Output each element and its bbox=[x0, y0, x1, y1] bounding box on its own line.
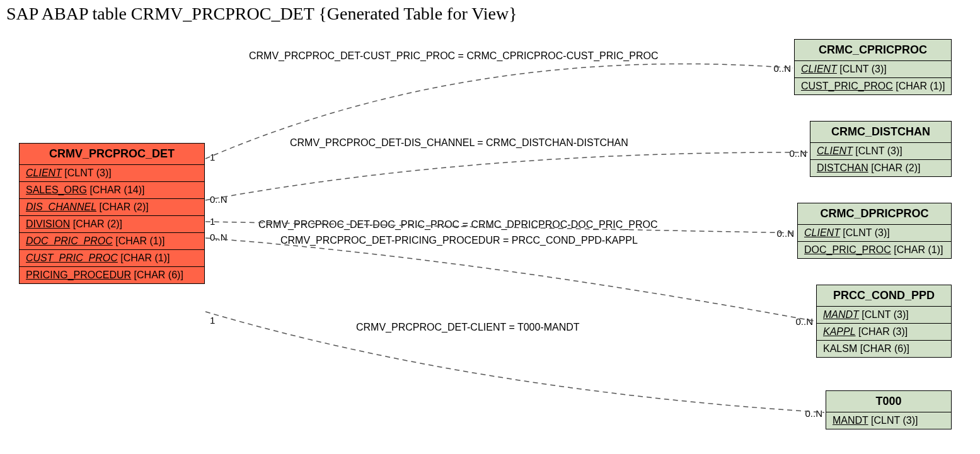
field-row: CLIENT [CLNT (3)] bbox=[20, 165, 204, 182]
entity-header: CRMC_DPRICPROC bbox=[798, 203, 951, 225]
entity-crmv-prcproc-det: CRMV_PRCPROC_DET CLIENT [CLNT (3)] SALES… bbox=[19, 143, 205, 284]
field-row: CLIENT [CLNT (3)] bbox=[810, 143, 951, 160]
cardinality-left: 1 bbox=[210, 315, 215, 326]
field-row: DISTCHAN [CHAR (2)] bbox=[810, 160, 951, 176]
entity-header: T000 bbox=[826, 391, 951, 412]
cardinality-left: 1 bbox=[210, 152, 215, 162]
cardinality-right: 0..N bbox=[805, 408, 822, 419]
cardinality-left: 1 bbox=[210, 216, 215, 227]
entity-crmc-distchan: CRMC_DISTCHAN CLIENT [CLNT (3)] DISTCHAN… bbox=[810, 121, 952, 177]
entity-header: CRMC_CPRICPROC bbox=[795, 40, 951, 61]
field-row: DIVISION [CHAR (2)] bbox=[20, 216, 204, 233]
cardinality-left: 0..N bbox=[210, 232, 228, 242]
cardinality-right: 0..N bbox=[773, 63, 791, 74]
field-row: CLIENT [CLNT (3)] bbox=[795, 61, 951, 78]
field-row: KAPPL [CHAR (3)] bbox=[817, 324, 951, 341]
field-row: PRICING_PROCEDUR [CHAR (6)] bbox=[20, 267, 204, 283]
field-row: DIS_CHANNEL [CHAR (2)] bbox=[20, 199, 204, 216]
entity-header: CRMV_PRCPROC_DET bbox=[20, 144, 204, 165]
field-row: DOC_PRIC_PROC [CHAR (1)] bbox=[798, 242, 951, 258]
relation-label: CRMV_PRCPROC_DET-DOC_PRIC_PROC = CRMC_DP… bbox=[258, 219, 657, 230]
field-row: KALSM [CHAR (6)] bbox=[817, 341, 951, 357]
field-row: CUST_PRIC_PROC [CHAR (1)] bbox=[795, 78, 951, 94]
field-row: DOC_PRIC_PROC [CHAR (1)] bbox=[20, 233, 204, 250]
relation-label: CRMV_PRCPROC_DET-CLIENT = T000-MANDT bbox=[356, 322, 580, 333]
field-row: MANDT [CLNT (3)] bbox=[826, 412, 951, 429]
entity-t000: T000 MANDT [CLNT (3)] bbox=[826, 390, 952, 429]
entity-prcc-cond-ppd: PRCC_COND_PPD MANDT [CLNT (3)] KAPPL [CH… bbox=[816, 285, 952, 358]
cardinality-right: 0..N bbox=[789, 148, 807, 159]
field-row: MANDT [CLNT (3)] bbox=[817, 307, 951, 324]
page-title: SAP ABAP table CRMV_PRCPROC_DET {Generat… bbox=[6, 4, 517, 24]
entity-crmc-dpricproc: CRMC_DPRICPROC CLIENT [CLNT (3)] DOC_PRI… bbox=[797, 203, 952, 259]
entity-header: CRMC_DISTCHAN bbox=[810, 122, 951, 143]
field-row: CLIENT [CLNT (3)] bbox=[798, 225, 951, 242]
field-row: CUST_PRIC_PROC [CHAR (1)] bbox=[20, 250, 204, 267]
cardinality-left: 0..N bbox=[210, 194, 228, 205]
relation-label: CRMV_PRCPROC_DET-CUST_PRIC_PROC = CRMC_C… bbox=[249, 50, 658, 62]
cardinality-right: 0..N bbox=[776, 228, 794, 239]
entity-header: PRCC_COND_PPD bbox=[817, 285, 951, 307]
field-row: SALES_ORG [CHAR (14)] bbox=[20, 182, 204, 199]
cardinality-right: 0..N bbox=[795, 316, 813, 327]
relation-label: CRMV_PRCPROC_DET-PRICING_PROCEDUR = PRCC… bbox=[280, 235, 638, 246]
entity-crmc-cpricproc: CRMC_CPRICPROC CLIENT [CLNT (3)] CUST_PR… bbox=[794, 39, 952, 95]
relation-label: CRMV_PRCPROC_DET-DIS_CHANNEL = CRMC_DIST… bbox=[290, 137, 628, 149]
